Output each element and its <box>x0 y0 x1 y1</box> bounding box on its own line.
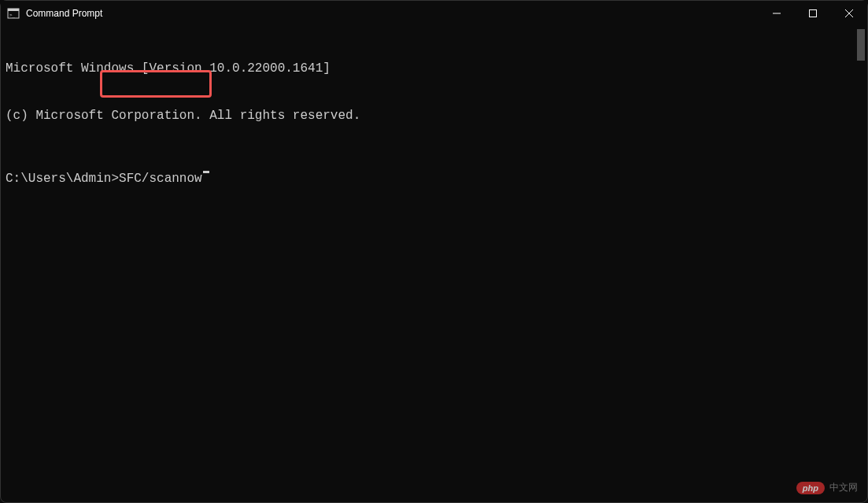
maximize-button[interactable] <box>795 1 831 26</box>
cmd-icon: >_ <box>7 7 20 20</box>
close-button[interactable] <box>831 1 867 26</box>
svg-rect-4 <box>810 10 817 17</box>
prompt-path: C:\Users\Admin> <box>6 171 119 187</box>
version-line: Microsoft Windows [Version 10.0.22000.16… <box>6 61 862 76</box>
command-input[interactable]: SFC/scannow <box>119 171 202 187</box>
minimize-button[interactable] <box>759 1 795 26</box>
svg-text:>_: >_ <box>9 12 16 18</box>
command-prompt-window: >_ Command Prompt Microsoft Windows [Ver… <box>0 0 868 503</box>
copyright-line: (c) Microsoft Corporation. All rights re… <box>6 108 862 124</box>
watermark-text: 中文网 <box>829 481 858 494</box>
scrollbar-thumb[interactable] <box>857 29 865 61</box>
watermark: php 中文网 <box>796 481 858 494</box>
terminal-content[interactable]: Microsoft Windows [Version 10.0.22000.16… <box>1 26 867 502</box>
window-controls <box>759 1 867 26</box>
svg-rect-1 <box>8 9 19 11</box>
watermark-badge: php <box>796 482 825 494</box>
cursor-icon <box>203 171 209 173</box>
titlebar[interactable]: >_ Command Prompt <box>1 1 867 26</box>
window-title: Command Prompt <box>26 8 102 19</box>
titlebar-left: >_ Command Prompt <box>7 7 102 20</box>
prompt-row: C:\Users\Admin>SFC/scannow <box>6 171 862 187</box>
